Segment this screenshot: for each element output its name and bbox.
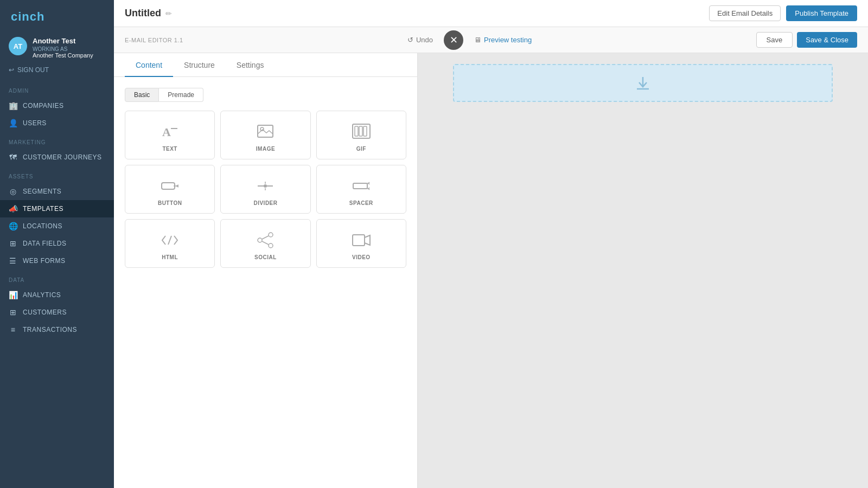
sidebar-label-data-fields: DATA FIELDS (23, 240, 66, 247)
block-button-label: BUTTON (158, 200, 182, 206)
avatar: AT (9, 37, 27, 55)
user-name: Another Test (33, 37, 93, 45)
sidebar-item-locations[interactable]: 🌐 LOCATIONS (0, 217, 114, 235)
segments-icon: ◎ (9, 187, 17, 196)
close-button[interactable]: ✕ (444, 30, 463, 50)
image-block-icon (256, 122, 275, 142)
svg-rect-7 (363, 126, 367, 136)
svg-point-25 (269, 243, 273, 248)
svg-point-24 (269, 233, 273, 237)
marketing-section-label: Marketing (0, 132, 114, 149)
save-close-button[interactable]: Save & Close (797, 32, 857, 48)
filter-basic[interactable]: Basic (125, 88, 159, 102)
svg-line-23 (168, 236, 171, 245)
sidebar-item-web-forms[interactable]: ☰ WEB FORMS (0, 252, 114, 269)
block-text[interactable]: A TEXT (125, 111, 215, 159)
undo-button[interactable]: ↺ Undo (407, 36, 433, 44)
sidebar-item-analytics[interactable]: 📊 ANALYTICS (0, 286, 114, 304)
edit-title-icon[interactable]: ✏ (165, 9, 172, 18)
svg-line-27 (262, 236, 269, 239)
sidebar-label-analytics: ANALYTICS (23, 291, 61, 299)
sidebar-label-locations: LOCATIONS (23, 222, 62, 230)
block-social[interactable]: SOCIAL (220, 219, 310, 268)
signout-button[interactable]: ↩ SIGN OUT (0, 63, 114, 80)
sidebar-label-web-forms: WEB FORMS (23, 257, 66, 265)
app-logo: cinch (0, 0, 114, 31)
social-block-icon (256, 230, 275, 250)
block-button[interactable]: BUTTON (125, 165, 215, 214)
sidebar-label-customer-journeys: CUSTOMER JOURNEYS (23, 153, 102, 161)
sidebar-label-companies: COMPANIES (23, 102, 64, 110)
page-title: Untitled (125, 8, 161, 19)
users-icon: 👤 (9, 119, 17, 127)
data-fields-icon: ⊞ (9, 239, 17, 248)
svg-rect-8 (162, 183, 175, 189)
block-text-label: TEXT (162, 146, 177, 152)
panel-tabs: Content Structure Settings (114, 53, 417, 77)
block-spacer[interactable]: SPACER (316, 165, 406, 214)
preview-button[interactable]: 🖥 Preview testing (474, 36, 532, 44)
main-content: Untitled ✏ Edit Email Details Publish Te… (114, 0, 868, 488)
sidebar-label-templates: TEMPLATES (23, 205, 63, 213)
sidebar-item-customer-journeys[interactable]: 🗺 CUSTOMER JOURNEYS (0, 149, 114, 166)
left-panel: Content Structure Settings Basic Premade… (114, 53, 418, 488)
top-header: Untitled ✏ Edit Email Details Publish Te… (114, 0, 868, 27)
block-html[interactable]: HTML (125, 219, 215, 268)
block-image[interactable]: IMAGE (220, 111, 310, 159)
svg-rect-2 (258, 125, 273, 137)
svg-rect-6 (359, 126, 362, 136)
sidebar-label-segments: SEGMENTS (23, 188, 61, 195)
block-video[interactable]: VIDEO (316, 219, 406, 268)
sidebar-label-transactions: TRANSACTIONS (23, 326, 77, 333)
tab-structure[interactable]: Structure (173, 53, 226, 77)
block-gif-label: GIF (356, 146, 366, 152)
svg-rect-16 (353, 183, 367, 189)
block-video-label: VIDEO (352, 254, 371, 260)
block-gif[interactable]: GIF (316, 111, 406, 159)
divider-block-icon (256, 176, 275, 196)
undo-label: Undo (416, 36, 433, 44)
editor-toolbar: E-MAIL EDITOR 1.1 ↺ Undo ✕ 🖥 Preview tes… (114, 27, 868, 53)
svg-rect-29 (353, 235, 365, 246)
sidebar-item-transactions[interactable]: ≡ TRANSACTIONS (0, 321, 114, 338)
tab-settings[interactable]: Settings (226, 53, 275, 77)
block-image-label: IMAGE (256, 146, 275, 152)
block-divider-label: DIVIDER (253, 200, 277, 206)
editor-body: Content Structure Settings Basic Premade… (114, 53, 868, 488)
sidebar-label-customers: CUSTOMERS (23, 309, 67, 316)
drop-zone-icon (635, 75, 651, 91)
edit-email-button[interactable]: Edit Email Details (709, 5, 781, 21)
journeys-icon: 🗺 (9, 153, 17, 162)
button-block-icon (160, 176, 180, 196)
preview-label: Preview testing (484, 36, 532, 44)
drop-zone[interactable] (453, 64, 833, 102)
sidebar-item-templates[interactable]: 📣 TEMPLATES (0, 200, 114, 217)
tab-content[interactable]: Content (125, 53, 173, 77)
svg-point-13 (264, 184, 267, 188)
filter-group: Basic Premade (125, 88, 406, 102)
preview-icon: 🖥 (474, 36, 481, 44)
sidebar-item-segments[interactable]: ◎ SEGMENTS (0, 183, 114, 200)
sidebar-item-users[interactable]: 👤 USERS (0, 114, 114, 132)
sidebar-item-data-fields[interactable]: ⊞ DATA FIELDS (0, 235, 114, 252)
sidebar-item-companies[interactable]: 🏢 COMPANIES (0, 97, 114, 114)
svg-rect-5 (355, 126, 358, 136)
data-section-label: Data (0, 269, 114, 286)
gif-block-icon (352, 122, 371, 142)
block-spacer-label: SPACER (349, 200, 373, 206)
transactions-icon: ≡ (9, 325, 17, 334)
analytics-icon: 📊 (9, 291, 17, 299)
block-divider[interactable]: DIVIDER (220, 165, 310, 214)
html-block-icon (160, 230, 180, 250)
save-button[interactable]: Save (756, 32, 793, 48)
svg-point-26 (258, 238, 262, 242)
company-name: Another Test Company (33, 52, 93, 59)
svg-line-28 (262, 241, 269, 245)
companies-icon: 🏢 (9, 101, 17, 110)
publish-template-button[interactable]: Publish Template (786, 5, 857, 21)
signout-label: SIGN OUT (17, 66, 49, 74)
canvas-area (418, 53, 868, 488)
sidebar-item-customers[interactable]: ⊞ CUSTOMERS (0, 304, 114, 321)
customers-icon: ⊞ (9, 308, 17, 317)
filter-premade[interactable]: Premade (159, 88, 203, 102)
